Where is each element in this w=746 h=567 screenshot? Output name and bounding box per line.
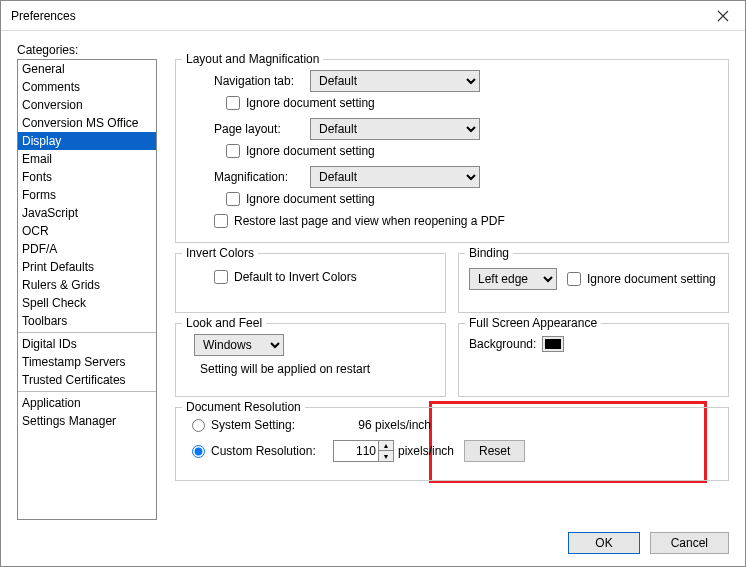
cancel-button[interactable]: Cancel bbox=[650, 532, 729, 554]
default-invert-label: Default to Invert Colors bbox=[234, 270, 357, 284]
binding-select[interactable]: Left edge bbox=[469, 268, 557, 290]
window-title: Preferences bbox=[11, 9, 76, 23]
sidebar-item-digital-ids[interactable]: Digital IDs bbox=[18, 335, 156, 353]
magnification-label: Magnification: bbox=[214, 170, 310, 184]
sidebar-item-rulers-grids[interactable]: Rulers & Grids bbox=[18, 276, 156, 294]
sidebar-item-application[interactable]: Application bbox=[18, 394, 156, 412]
mag-ignore-label: Ignore document setting bbox=[246, 192, 375, 206]
custom-resolution-label: Custom Resolution: bbox=[211, 444, 329, 458]
sidebar-item-trusted-certificates[interactable]: Trusted Certificates bbox=[18, 371, 156, 389]
group-title: Layout and Magnification bbox=[182, 52, 323, 66]
separator bbox=[18, 391, 156, 392]
chevron-up-icon[interactable]: ▲ bbox=[379, 441, 393, 451]
sidebar-item-pdf-a[interactable]: PDF/A bbox=[18, 240, 156, 258]
sidebar-item-print-defaults[interactable]: Print Defaults bbox=[18, 258, 156, 276]
settings-panel: Layout and Magnification Navigation tab:… bbox=[157, 59, 729, 520]
binding-ignore-checkbox[interactable] bbox=[567, 272, 581, 286]
custom-resolution-input[interactable] bbox=[334, 441, 378, 461]
nav-ignore-checkbox[interactable] bbox=[226, 96, 240, 110]
group-document-resolution: Document Resolution System Setting: 96 p… bbox=[175, 407, 729, 481]
binding-ignore-label: Ignore document setting bbox=[587, 272, 716, 286]
look-and-feel-hint: Setting will be applied on restart bbox=[200, 362, 435, 376]
page-ignore-label: Ignore document setting bbox=[246, 144, 375, 158]
group-full-screen-appearance: Full Screen Appearance Background: bbox=[458, 323, 729, 397]
sidebar-item-conversion-ms-office[interactable]: Conversion MS Office bbox=[18, 114, 156, 132]
sidebar-item-email[interactable]: Email bbox=[18, 150, 156, 168]
reset-button[interactable]: Reset bbox=[464, 440, 525, 462]
chevron-down-icon[interactable]: ▼ bbox=[379, 451, 393, 461]
sidebar-item-comments[interactable]: Comments bbox=[18, 78, 156, 96]
separator bbox=[18, 332, 156, 333]
group-title: Look and Feel bbox=[182, 316, 266, 330]
custom-resolution-spinner[interactable]: ▲ ▼ bbox=[333, 440, 394, 462]
sidebar-item-timestamp-servers[interactable]: Timestamp Servers bbox=[18, 353, 156, 371]
sidebar-item-forms[interactable]: Forms bbox=[18, 186, 156, 204]
look-and-feel-select[interactable]: Windows bbox=[194, 334, 284, 356]
background-label: Background: bbox=[469, 337, 536, 351]
categories-label: Categories: bbox=[17, 43, 729, 57]
sidebar-item-javascript[interactable]: JavaScript bbox=[18, 204, 156, 222]
resolution-unit: pixels/inch bbox=[398, 444, 454, 458]
group-title: Invert Colors bbox=[182, 246, 258, 260]
close-button[interactable] bbox=[701, 1, 745, 31]
sidebar-item-fonts[interactable]: Fonts bbox=[18, 168, 156, 186]
sidebar-item-spell-check[interactable]: Spell Check bbox=[18, 294, 156, 312]
group-title: Full Screen Appearance bbox=[465, 316, 601, 330]
nav-ignore-label: Ignore document setting bbox=[246, 96, 375, 110]
page-ignore-checkbox[interactable] bbox=[226, 144, 240, 158]
color-preview bbox=[545, 339, 561, 349]
default-invert-checkbox[interactable] bbox=[214, 270, 228, 284]
spinner-arrows[interactable]: ▲ ▼ bbox=[378, 441, 393, 461]
restore-last-page-checkbox[interactable] bbox=[214, 214, 228, 228]
sidebar-item-toolbars[interactable]: Toolbars bbox=[18, 312, 156, 330]
group-binding: Binding Left edge Ignore document settin… bbox=[458, 253, 729, 313]
custom-resolution-radio[interactable] bbox=[192, 445, 205, 458]
group-look-and-feel: Look and Feel Windows Setting will be ap… bbox=[175, 323, 446, 397]
sidebar-item-display[interactable]: Display bbox=[18, 132, 156, 150]
group-title: Binding bbox=[465, 246, 513, 260]
sidebar-item-general[interactable]: General bbox=[18, 60, 156, 78]
group-title: Document Resolution bbox=[182, 400, 305, 414]
restore-last-page-label: Restore last page and view when reopenin… bbox=[234, 214, 505, 228]
page-layout-select[interactable]: Default bbox=[310, 118, 480, 140]
close-icon bbox=[717, 10, 729, 22]
sidebar-item-ocr[interactable]: OCR bbox=[18, 222, 156, 240]
system-setting-label: System Setting: bbox=[211, 418, 341, 432]
system-setting-value: 96 pixels/inch bbox=[341, 418, 431, 432]
ok-button[interactable]: OK bbox=[568, 532, 639, 554]
group-invert-colors: Invert Colors Default to Invert Colors bbox=[175, 253, 446, 313]
background-color-swatch[interactable] bbox=[542, 336, 564, 352]
navigation-tab-label: Navigation tab: bbox=[214, 74, 310, 88]
sidebar-item-conversion[interactable]: Conversion bbox=[18, 96, 156, 114]
page-layout-label: Page layout: bbox=[214, 122, 310, 136]
dialog-body: Categories: GeneralCommentsConversionCon… bbox=[1, 31, 745, 520]
titlebar: Preferences bbox=[1, 1, 745, 31]
dialog-footer: OK Cancel bbox=[1, 520, 745, 566]
navigation-tab-select[interactable]: Default bbox=[310, 70, 480, 92]
system-setting-radio[interactable] bbox=[192, 419, 205, 432]
group-layout-magnification: Layout and Magnification Navigation tab:… bbox=[175, 59, 729, 243]
sidebar-item-settings-manager[interactable]: Settings Manager bbox=[18, 412, 156, 430]
mag-ignore-checkbox[interactable] bbox=[226, 192, 240, 206]
magnification-select[interactable]: Default bbox=[310, 166, 480, 188]
categories-list[interactable]: GeneralCommentsConversionConversion MS O… bbox=[17, 59, 157, 520]
